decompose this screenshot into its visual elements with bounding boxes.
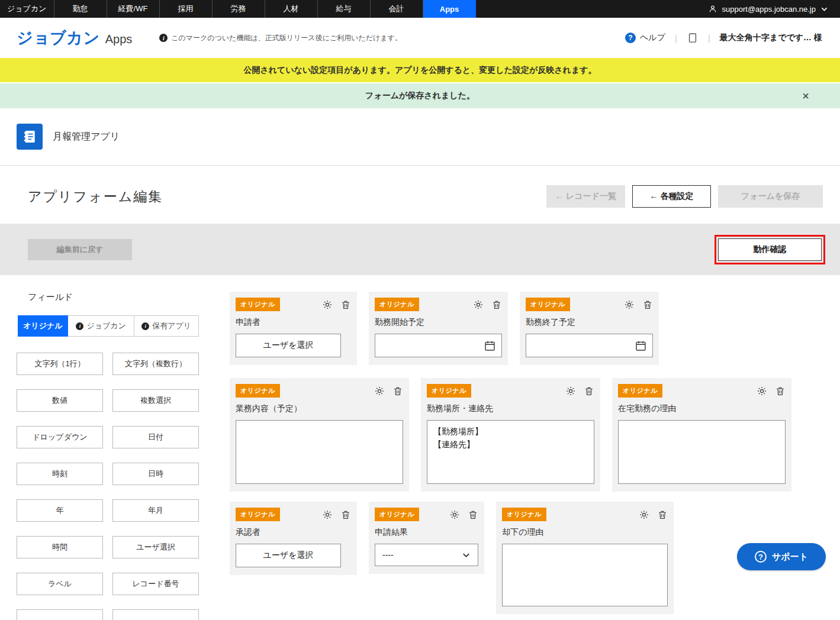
trash-icon[interactable] — [468, 509, 478, 520]
gear-icon[interactable] — [565, 386, 576, 396]
user-name[interactable]: 最大全角十字までです… 様 — [720, 33, 822, 43]
select-input[interactable]: ---- — [375, 544, 478, 566]
gear-icon[interactable] — [449, 509, 460, 520]
app-header: ジョブカン Apps i このマークのついた機能は、正式版リリース後にご利用いた… — [0, 18, 840, 58]
gear-icon[interactable] — [473, 299, 484, 310]
user-icon — [708, 4, 717, 14]
field-type-duration[interactable]: 時間 — [17, 536, 103, 558]
field-type-text-multi[interactable]: 文字列（複数行） — [112, 353, 199, 375]
field-type-button-partial[interactable] — [17, 609, 103, 620]
gear-icon[interactable] — [624, 299, 635, 310]
page-head: アプリフォーム編集 ← レコード一覧 ← 各種設定 フォームを保存 — [0, 166, 840, 224]
field-type-user-select[interactable]: ユーザ選択 — [112, 536, 199, 558]
beta-info-text: このマークのついた機能は、正式版リリース後にご利用いただけます。 — [171, 33, 402, 43]
field-type-date[interactable]: 日付 — [112, 426, 199, 448]
nav-tab-apps[interactable]: Apps — [423, 0, 476, 18]
chevron-down-icon — [820, 5, 828, 13]
tab-owned-apps[interactable]: i 保有アプリ — [134, 315, 199, 337]
account-menu[interactable]: support@apps.jobcan.ne.jp — [696, 0, 840, 18]
field-type-label[interactable]: ラベル — [17, 573, 103, 595]
record-list-button[interactable]: ← レコード一覧 — [546, 185, 625, 208]
field-type-number[interactable]: 数値 — [17, 389, 103, 412]
nav-tab-romu[interactable]: 労務 — [213, 0, 265, 18]
textarea-input[interactable]: 【勤務場所】 【連絡先】 — [427, 420, 594, 484]
field-type-time[interactable]: 時刻 — [17, 463, 103, 485]
field-type-dropdown[interactable]: ドロップダウン — [17, 426, 103, 448]
trash-icon[interactable] — [340, 509, 351, 520]
field-palette-sidebar: フィールド オリジナル i ジョブカン i 保有アプリ 文字列（1行） 文字列（… — [17, 292, 199, 620]
nav-tab-kaikei[interactable]: 会計 — [371, 0, 423, 18]
header-right: ? ヘルプ | | 最大全角十字までです… 様 — [625, 32, 822, 44]
field-card-rejection-reason[interactable]: オリジナル 却下の理由 — [496, 502, 674, 614]
field-label: 承認者 — [236, 527, 351, 538]
field-type-datetime[interactable]: 日時 — [112, 463, 199, 485]
original-badge: オリジナル — [502, 508, 546, 521]
field-label: 業務内容（予定） — [236, 403, 403, 414]
trash-icon[interactable] — [584, 386, 594, 396]
nav-tab-kyuyo[interactable]: 給与 — [318, 0, 371, 18]
separator: | — [675, 33, 677, 43]
help-link[interactable]: ? ヘルプ — [625, 33, 665, 43]
form-row: オリジナル 申請者 ユーザを選択 オリジナル — [230, 292, 840, 365]
nav-tab-saiyo[interactable]: 採用 — [160, 0, 213, 18]
revert-button[interactable]: 編集前に戻す — [28, 239, 132, 260]
original-badge: オリジナル — [375, 508, 419, 521]
field-card-work-start[interactable]: オリジナル 勤務開始予定 — [369, 292, 508, 365]
settings-button[interactable]: ← 各種設定 — [632, 185, 711, 208]
gear-icon[interactable] — [639, 509, 649, 520]
textarea-input[interactable] — [502, 544, 668, 606]
field-type-multi-select[interactable]: 複数選択 — [112, 389, 199, 412]
field-card-request-result[interactable]: オリジナル 申請結果 ---- — [369, 502, 484, 574]
separator: | — [708, 33, 710, 43]
field-card-remote-reason[interactable]: オリジナル 在宅勤務の理由 — [612, 378, 791, 492]
gear-icon[interactable] — [757, 386, 767, 396]
calendar-icon[interactable] — [484, 340, 496, 352]
nav-tab-jinzai[interactable]: 人材 — [265, 0, 318, 18]
select-value: ---- — [382, 550, 394, 560]
gear-icon[interactable] — [322, 509, 333, 520]
field-type-year-month[interactable]: 年月 — [112, 499, 199, 522]
preview-highlight-box: 動作確認 — [718, 238, 822, 261]
nav-spacer — [476, 0, 696, 18]
calendar-icon[interactable] — [635, 340, 647, 352]
field-card-work-plan[interactable]: オリジナル 業務内容（予定） — [230, 378, 409, 492]
date-input[interactable] — [526, 334, 653, 357]
field-type-grid: 文字列（1行） 文字列（複数行） 数値 複数選択 ドロップダウン 日付 時刻 日… — [17, 353, 199, 620]
unpublished-warning-banner: 公開されていない設定項目があります。アプリを公開すると、変更した設定が反映されま… — [0, 58, 840, 82]
tab-original[interactable]: オリジナル — [18, 315, 68, 337]
trash-icon[interactable] — [775, 386, 786, 396]
user-select-button[interactable]: ユーザを選択 — [236, 544, 341, 567]
trash-icon[interactable] — [642, 299, 653, 310]
trash-icon[interactable] — [491, 299, 502, 310]
document-icon[interactable] — [687, 32, 699, 44]
trash-icon[interactable] — [340, 299, 351, 310]
gear-icon[interactable] — [374, 386, 385, 396]
trash-icon[interactable] — [392, 386, 403, 396]
close-icon[interactable]: × — [802, 90, 809, 102]
gear-icon[interactable] — [322, 299, 333, 310]
jobcan-apps-logo[interactable]: ジョブカン Apps — [17, 27, 132, 49]
nav-tab-kintai[interactable]: 勤怠 — [54, 0, 107, 18]
preview-button[interactable]: 動作確認 — [718, 238, 822, 261]
date-input[interactable] — [375, 334, 502, 357]
save-form-button[interactable]: フォームを保存 — [718, 185, 823, 208]
nav-tab-jobcan[interactable]: ジョブカン — [0, 0, 54, 18]
field-type-button-partial[interactable] — [112, 609, 199, 620]
field-card-approver[interactable]: オリジナル 承認者 ユーザを選択 — [230, 502, 357, 575]
user-select-button[interactable]: ユーザを選択 — [236, 334, 341, 357]
field-card-work-end[interactable]: オリジナル 勤務終了予定 — [520, 292, 659, 365]
textarea-input[interactable] — [236, 420, 403, 484]
field-card-applicant[interactable]: オリジナル 申請者 ユーザを選択 — [230, 292, 357, 365]
field-type-record-number[interactable]: レコード番号 — [112, 573, 199, 595]
field-label: 勤務終了予定 — [526, 317, 653, 328]
field-card-work-location[interactable]: オリジナル 勤務場所・連絡先 【勤務場所】 【連絡先】 — [421, 378, 600, 492]
trash-icon[interactable] — [657, 509, 668, 520]
field-type-text-single[interactable]: 文字列（1行） — [17, 353, 103, 375]
logo-text-main: ジョブカン — [17, 27, 100, 49]
textarea-input[interactable] — [618, 420, 786, 484]
support-button[interactable]: ? サポート — [737, 543, 826, 570]
top-nav: ジョブカン 勤怠 経費/WF 採用 労務 人材 給与 会計 Apps suppo… — [0, 0, 840, 18]
field-type-year[interactable]: 年 — [17, 499, 103, 522]
tab-jobcan[interactable]: i ジョブカン — [68, 315, 135, 337]
nav-tab-keihi-wf[interactable]: 経費/WF — [107, 0, 160, 18]
